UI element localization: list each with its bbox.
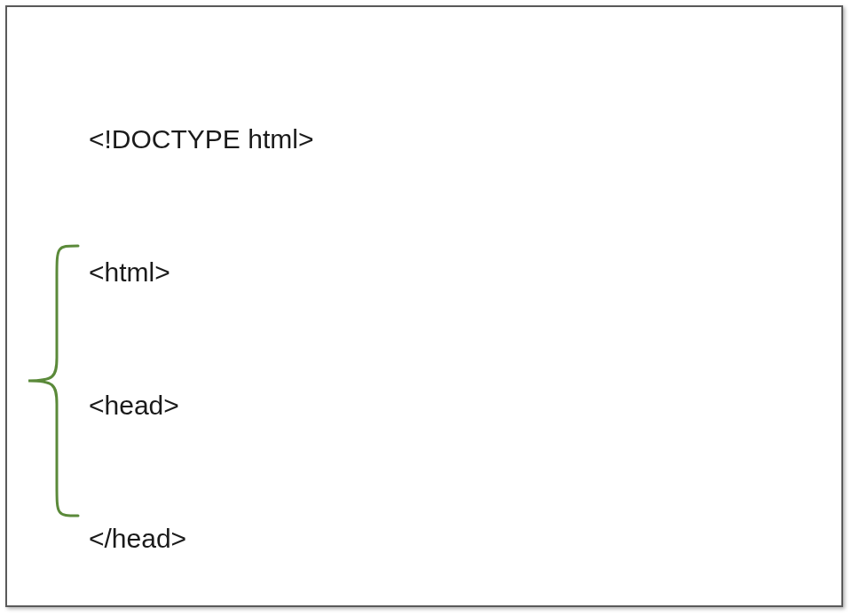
code-line: <html> [89,250,518,295]
code-block: <!DOCTYPE html> <html> <head> </head> <b… [89,28,518,616]
code-frame: <!DOCTYPE html> <html> <head> </head> <b… [5,5,843,607]
code-line: <!DOCTYPE html> [89,117,518,162]
code-line: </head> [89,517,518,561]
code-line: <head> [89,383,518,428]
curly-bracket-icon [21,242,83,519]
